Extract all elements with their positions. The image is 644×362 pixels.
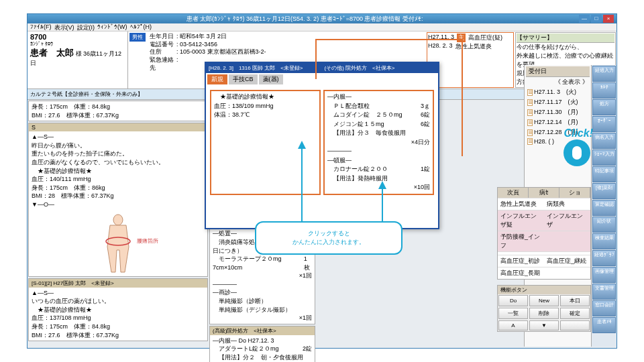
honorific: 様: [76, 50, 82, 57]
function-buttons: 機能ボタン Do New 本日 一覧 削除 確定 A ▼: [497, 285, 591, 332]
popup-tab-3[interactable]: 薬(器): [259, 74, 283, 84]
btn-today[interactable]: 本日: [560, 295, 590, 306]
sidebar-button[interactable]: ｵｰﾀﾞｰ: [592, 116, 616, 132]
page-icon: [527, 129, 533, 136]
sidebar-button[interactable]: ｶﾙﾃ: [592, 82, 616, 99]
patient-name: 患者 太郎: [30, 48, 74, 58]
btn-new[interactable]: New: [529, 295, 559, 306]
soap-panel-1: S ▲—S—昨日から腹が痛い。重たいものを持った拍子に痛めた。血圧の薬がなくなる…: [28, 123, 208, 276]
diag-tab-2[interactable]: 病ｾ: [529, 188, 559, 198]
soap-top: 身長：175cm 体重：84.8kg BMI：27.6 標準体重：67.37Kg: [28, 101, 208, 121]
rx2-body: —内服— Do H27.12. 3 アダラートL錠２０mg2錠 【用法】分２ 朝…: [210, 335, 315, 362]
page-icon: [527, 109, 533, 116]
menu-file[interactable]: ﾌｧｲﾙ(F): [30, 23, 52, 31]
click-badge: Click!: [564, 127, 593, 166]
btn-delete[interactable]: 削除: [529, 308, 559, 319]
popup-tab-new[interactable]: 新規: [207, 74, 227, 84]
sidebar-button[interactable]: 患者ﾒﾓ: [592, 317, 616, 333]
order-popup: [H28. 2. 3] 1316 医師 太郎 <未登録> (その他) 院外処方 …: [205, 62, 439, 229]
soap2-header: [S-01][2] H27医師 太郎 <未登録>: [29, 279, 207, 288]
patient-id: 8700: [30, 33, 125, 41]
svg-point-0: [113, 215, 123, 225]
menubar: ﾌｧｲﾙ(F) 表示(V) 設定(I) ｳｨﾝﾄﾞｳ(W) ﾍﾙﾌﾟ(H): [28, 23, 616, 32]
diagnosis-panel: 次頁 病ｾ ショ 急性上気道炎病類典 インフルエンザ疑インフルエンザ予防接種_イ…: [497, 187, 591, 280]
sidebar-button[interactable]: ｼｪｰﾏ入力: [592, 149, 616, 166]
sidebar-button[interactable]: 病名入力: [592, 133, 616, 149]
mouse-icon: [564, 139, 590, 166]
patient-id-box: 8700 ｶﾝｼﾞｬ ﾀﾛｳ 患者 太郎 様 36歳11ヶ月12日: [28, 32, 128, 88]
menu-help[interactable]: ﾍﾙﾌﾟ(H): [130, 23, 152, 31]
btn-confirm[interactable]: 確定: [560, 308, 590, 319]
btn-blank[interactable]: [560, 320, 590, 330]
popup-tab-2[interactable]: 手技CB: [229, 74, 258, 84]
sidebar-button[interactable]: 特記事項: [592, 166, 616, 182]
soap1-header: S: [29, 123, 207, 131]
sex-tag: 男性: [129, 33, 146, 42]
soap2-body: ▲—S—いつもの血圧の薬がほしい。 ★基礎的診療情報★血圧：137/108 mm…: [29, 288, 207, 341]
page-icon: [527, 89, 533, 96]
rx-panel-2: (高級)院外処方 <社保本> —内服— Do H27.12. 3 アダラートL錠…: [209, 326, 315, 362]
sidebar-button[interactable]: [複]薬剤: [592, 183, 616, 199]
page-icon: [527, 138, 533, 145]
annotation-line: [315, 39, 317, 79]
soap-column: 身長：175cm 体重：84.8kg BMI：27.6 標準体重：67.37Kg…: [28, 100, 209, 362]
diag-tab-1[interactable]: 次頁: [498, 188, 529, 198]
menu-settings[interactable]: 設定(I): [77, 23, 95, 31]
annotation-line: [462, 39, 463, 156]
btn-do[interactable]: Do: [498, 295, 528, 306]
menu-window[interactable]: ｳｨﾝﾄﾞｳ(W): [97, 23, 127, 31]
arrow-icon: [376, 181, 389, 221]
diag-active[interactable]: 急性上気道炎: [498, 198, 544, 210]
sidebar-button[interactable]: 窓口会計: [592, 300, 616, 316]
visit-item[interactable]: H27.11.30 (月): [526, 107, 590, 117]
body-figure: 腰痛箇所: [91, 213, 145, 274]
show-all-link[interactable]: 《 全表示 》: [526, 77, 590, 87]
body-annotation: 腰痛箇所: [137, 237, 158, 245]
sidebar-buttons: 経過入力ｶﾙﾃ処方ｵｰﾀﾞｰ病名入力ｼｪｰﾏ入力特記事項[複]薬剤算定確認紹介状…: [591, 65, 616, 347]
arrow-icon: [295, 141, 309, 221]
callout-bubble: クリックすると かんたんに入力されます。: [255, 221, 402, 255]
svg-marker-3: [298, 141, 306, 149]
btn-list[interactable]: 一覧: [498, 308, 528, 319]
maximize-button[interactable]: □: [591, 15, 602, 23]
diag-tab-3[interactable]: ショ: [559, 188, 590, 198]
close-button[interactable]: ×: [603, 15, 614, 23]
sidebar-button[interactable]: 処方: [592, 99, 616, 115]
menu-view[interactable]: 表示(V): [54, 23, 74, 31]
annotation-line: [315, 39, 463, 40]
visit-item[interactable]: H27.12.14 (月): [526, 117, 590, 127]
btn-down[interactable]: ▼: [529, 320, 559, 330]
sidebar-button[interactable]: 算定確認: [592, 200, 616, 216]
soap-panel-2: [S-01][2] H27医師 太郎 <未登録> ▲—S—いつもの血圧の薬がほし…: [28, 278, 208, 342]
popup-rx: —内服— ＰＬ配合顆粒3ｇ ムコダイン錠 ２５０mg6錠 メジコン錠１５mg6錠…: [323, 90, 434, 195]
title-text: 患者 太郎(ｶﾝｼﾞｬ ﾀﾛｳ) 36歳11ヶ月12日(S54. 3. 2) 患…: [30, 15, 579, 23]
visit-item[interactable]: H27.11.17 (火): [526, 97, 590, 107]
soap1-body: ▲—S—昨日から腹が痛い。重たいものを持った拍子に痛めた。血圧の薬がなくなるので…: [29, 131, 207, 210]
page-icon: [527, 119, 533, 126]
sidebar-button[interactable]: 経過ｸﾞﾗﾌ: [592, 250, 616, 266]
minimize-button[interactable]: —: [579, 15, 590, 23]
svg-marker-5: [378, 181, 386, 189]
visit-item[interactable]: H27.11. 3 (火): [526, 87, 590, 97]
sidebar-button[interactable]: 文書管理: [592, 284, 616, 300]
btn-a[interactable]: A: [498, 320, 528, 330]
titlebar: 患者 太郎(ｶﾝｼﾞｬ ﾀﾛｳ) 36歳11ヶ月12日(S54. 3. 2) 患…: [28, 14, 616, 23]
popup-header: [H28. 2. 3] 1316 医師 太郎 <未登録> (その他) 院外処方 …: [206, 63, 438, 73]
sidebar-button[interactable]: 紹介状: [592, 217, 616, 233]
patient-kana: ｶﾝｼﾞｬ ﾀﾛｳ: [30, 41, 125, 47]
sidebar-button[interactable]: 画像管理: [592, 267, 616, 283]
sidebar-button[interactable]: 検査結果: [592, 233, 616, 249]
sidebar-button[interactable]: 経過入力: [592, 66, 616, 82]
page-icon: [527, 99, 533, 106]
